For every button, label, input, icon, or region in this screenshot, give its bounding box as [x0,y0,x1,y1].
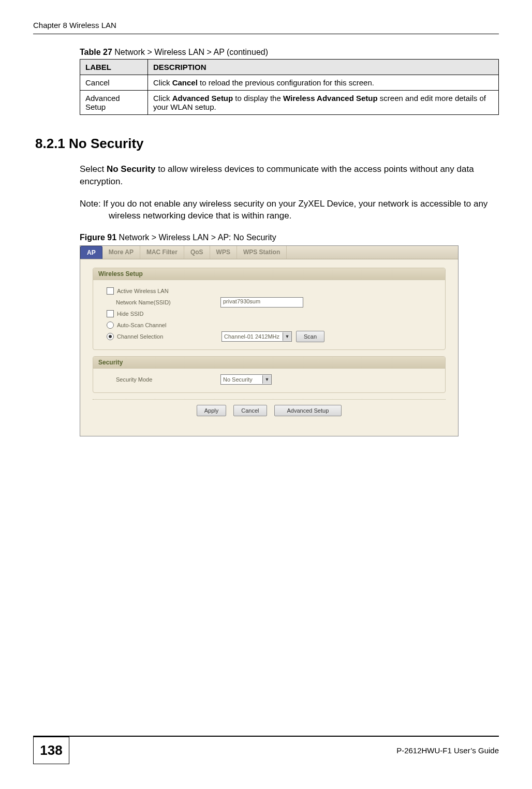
config-table: LABEL DESCRIPTION Cancel Click Cancel to… [80,59,499,115]
note-paragraph: Note: If you do not enable any wireless … [80,198,499,222]
tab-wps[interactable]: WPS [210,246,237,259]
hide-ssid-label: Hide SSID [117,311,231,317]
hide-ssid-checkbox[interactable] [107,310,114,317]
scan-button[interactable]: Scan [296,331,324,342]
table-caption-text: Network > Wireless LAN > AP (continued) [112,48,268,56]
text: Click [153,78,172,87]
button-bar: Apply Cancel Advanced Setup [93,399,446,416]
footer-guide-name: P-2612HWU-F1 User’s Guide [396,746,499,755]
channel-select-value: Channel-01 2412MHz [222,332,283,341]
header-rule [33,34,499,34]
tab-ap[interactable]: AP [80,246,102,259]
active-wireless-checkbox[interactable] [107,287,114,295]
security-mode-select[interactable]: No Security ▼ [220,374,272,385]
figure-caption-number: Figure 91 [80,233,116,242]
cell-label: Cancel [80,75,148,91]
table-caption: Table 27 Network > Wireless LAN > AP (co… [80,48,499,57]
text: to reload the previous configuration for… [198,78,374,87]
auto-scan-label: Auto-Scan Channel [117,322,231,328]
text: Click [153,94,172,103]
cell-description: Click Advanced Setup to display the Wire… [148,91,499,115]
security-mode-label: Security Mode [116,376,220,383]
tab-bar: AP More AP MAC Filter QoS WPS WPS Statio… [80,246,458,259]
text-bold: No Security [107,164,155,174]
table-row: Cancel Click Cancel to reload the previo… [80,75,499,91]
text-bold: Advanced Setup [172,94,233,103]
table-caption-number: Table 27 [80,48,112,56]
text: to display the [233,94,283,103]
group-title: Wireless Setup [93,268,445,280]
table-row: Advanced Setup Click Advanced Setup to d… [80,91,499,115]
cell-description: Click Cancel to reload the previous conf… [148,75,499,91]
chevron-down-icon: ▼ [262,375,271,384]
ssid-input[interactable]: privat7930sum [220,297,303,308]
th-label: LABEL [80,60,148,75]
tab-more-ap[interactable]: More AP [102,246,140,259]
tab-mac-filter[interactable]: MAC Filter [140,246,184,259]
text: Select [80,164,107,174]
ssid-label: Network Name(SSID) [116,299,220,305]
text-bold: Wireless Advanced Setup [283,94,378,103]
chevron-down-icon: ▼ [283,332,291,341]
apply-button[interactable]: Apply [197,405,227,416]
page-footer: 138 P-2612HWU-F1 User’s Guide [33,736,499,764]
figure-screenshot: AP More AP MAC Filter QoS WPS WPS Statio… [80,245,459,436]
channel-selection-label: Channel Selection [117,333,221,340]
cell-label: Advanced Setup [80,91,148,115]
text-bold: Cancel [172,78,198,87]
tab-qos[interactable]: QoS [184,246,210,259]
tab-wps-station[interactable]: WPS Station [237,246,287,259]
running-header-left: Chapter 8 Wireless LAN [33,21,116,30]
group-wireless-setup: Wireless Setup Active Wireless LAN Netwo… [93,268,446,350]
security-mode-value: No Security [221,375,262,384]
group-security: Security Security Mode No Security ▼ [93,356,446,393]
figure-caption: Figure 91 Network > Wireless LAN > AP: N… [80,233,499,242]
body-paragraph: Select No Security to allow wireless dev… [80,163,499,188]
channel-select[interactable]: Channel-01 2412MHz ▼ [221,331,292,342]
auto-scan-radio[interactable] [107,322,114,329]
th-description: DESCRIPTION [148,60,499,75]
active-wireless-label: Active Wireless LAN [117,288,231,294]
section-heading: 8.2.1 No Security [35,136,499,152]
group-title: Security [93,357,445,369]
cancel-button[interactable]: Cancel [233,405,267,416]
channel-selection-radio[interactable] [107,333,114,340]
page-number: 138 [33,737,69,764]
figure-caption-text: Network > Wireless LAN > AP: No Security [116,233,276,242]
advanced-setup-button[interactable]: Advanced Setup [274,405,342,416]
